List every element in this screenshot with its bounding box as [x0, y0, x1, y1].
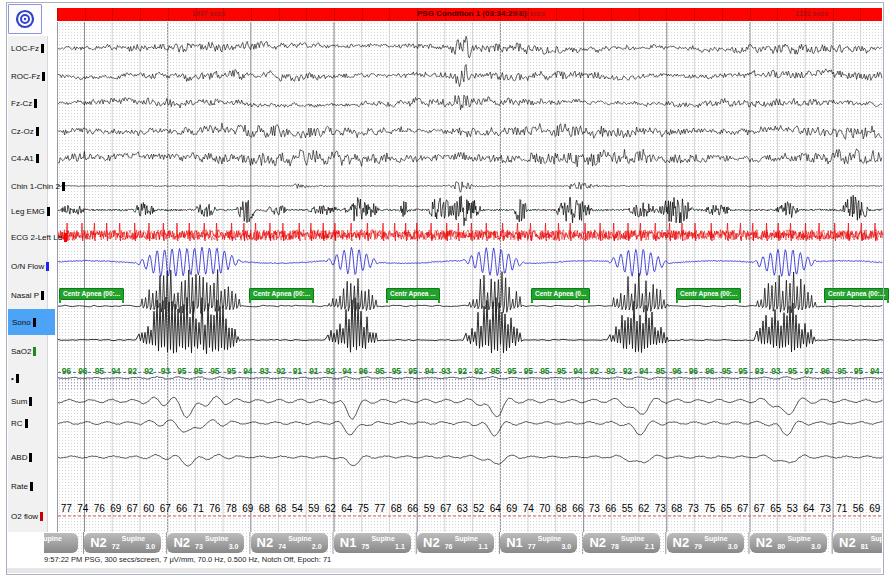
channel-label-rc[interactable]: RC — [8, 415, 28, 431]
value: 63 — [454, 503, 471, 514]
sao2-value-row: 9696959492929395959595949392919192949695… — [58, 366, 883, 376]
channel-label-o2-flow[interactable]: O2 flow — [8, 508, 43, 524]
value: 93 — [157, 366, 174, 376]
channel-label-chin-1-chin-2[interactable]: Chin 1-Chin 2 — [8, 178, 65, 194]
value: 66 — [174, 503, 191, 514]
value: 67 — [438, 503, 455, 514]
value: 94 — [108, 366, 125, 376]
stage-badge-epoch-77[interactable]: N1Supine773.0 — [500, 533, 577, 553]
stage-badge-epoch-75[interactable]: N1Supine751.1 — [334, 533, 411, 553]
value: 73 — [652, 503, 669, 514]
channel-label-fz-cz[interactable]: Fz-Cz — [8, 95, 37, 111]
value: 62 — [322, 503, 339, 514]
value: 75 — [702, 503, 719, 514]
stage-label: N1 — [506, 533, 523, 553]
value: 69 — [504, 503, 521, 514]
apnea-annotation[interactable]: Centr Apnea ... — [386, 288, 440, 300]
stage-value: 3.0 — [811, 543, 821, 551]
stage-badge-epoch-76[interactable]: N2Supine761.1 — [417, 533, 494, 553]
condition-title: PSG Condition 1 (03:34:29.6) — [417, 9, 526, 18]
channel-label-sono[interactable]: Sono — [8, 309, 55, 335]
channel-marker — [46, 262, 49, 271]
value: 94 — [240, 366, 257, 376]
body-position: Supine — [445, 535, 488, 543]
stage-label: N1 — [340, 533, 357, 553]
bullseye-icon — [14, 8, 36, 30]
stage-label: N2 — [756, 533, 773, 553]
channel-name: RC — [11, 419, 23, 428]
epoch-header-bar[interactable]: 1937 secs PSG Condition 1 (03:34:29.6) 2… — [57, 8, 882, 21]
value: 93 — [256, 366, 273, 376]
apnea-annotation[interactable]: Centr Apnea (00:... — [249, 288, 314, 300]
channel-name: ROC-Fz — [11, 72, 40, 81]
elapsed-secs-left: 1937 secs — [192, 10, 225, 17]
stage-value: 3.0 — [561, 543, 571, 551]
channel-name: Fz-Cz — [11, 99, 32, 108]
channel-label-sao2[interactable]: SaO2 — [8, 343, 36, 359]
stage-badge-epoch-79[interactable]: N2Supine793.0 — [667, 533, 744, 553]
channel-label-column: LOC-FzROC-FzFz-CzCz-OzC4-A1Chin 1-Chin 2… — [8, 0, 68, 578]
value: 68 — [273, 503, 290, 514]
value: 95 — [537, 366, 554, 376]
channel-marker — [30, 482, 33, 491]
channel-label-abd[interactable]: ABD — [8, 449, 32, 465]
value: 96 — [75, 366, 92, 376]
value: 64 — [801, 503, 818, 514]
waveform-area[interactable]: 9696959492929395959595949392919192949695… — [57, 22, 884, 532]
trace — [58, 230, 883, 241]
stage-badge-epoch-80[interactable]: N2Supine803.0 — [750, 533, 827, 553]
channel-label-nasal-p[interactable]: Nasal P — [8, 287, 44, 303]
apnea-annotation[interactable]: Centr Apnea (0... — [531, 288, 590, 300]
channel-label-leg-emg[interactable]: Leg EMG — [8, 203, 50, 219]
channel-label-o-n-flow[interactable]: O/N Flow — [8, 258, 49, 274]
stage-badge-epoch-81[interactable]: N2Supine811.0 — [833, 533, 882, 553]
channel-label-sum[interactable]: Sum — [8, 393, 32, 409]
stage-label: N2 — [257, 533, 274, 553]
stage-badge-epoch-73[interactable]: N2Supine733.0 — [167, 533, 244, 553]
channel-name: Leg EMG — [11, 207, 45, 216]
channel-label-roc-fz[interactable]: ROC-Fz — [8, 68, 45, 84]
value: 94 — [570, 366, 587, 376]
body-position: Supine — [611, 535, 654, 543]
channel-name: Rate — [11, 482, 28, 491]
value: 59 — [306, 503, 323, 514]
channel-name: Chin 1-Chin 2 — [11, 182, 60, 191]
value: 69 — [867, 503, 884, 514]
sync-button[interactable] — [8, 4, 42, 34]
channel-label-c4-a1[interactable]: C4-A1 — [8, 150, 39, 166]
channel-marker — [42, 72, 45, 81]
stage-label: N2 — [589, 533, 606, 553]
value: 69 — [108, 503, 125, 514]
value: 68 — [669, 503, 686, 514]
value: 95 — [487, 366, 504, 376]
apnea-annotation[interactable]: Centr Apnea (00:... — [824, 288, 889, 300]
value: 92 — [141, 366, 158, 376]
channel-marker — [64, 233, 67, 242]
stage-badge-epoch-78[interactable]: N2Supine782.1 — [583, 533, 660, 553]
stage-badge-epoch-72[interactable]: N2Supine723.0 — [84, 533, 161, 553]
channel-name: Cz-Oz — [11, 127, 34, 136]
value: 56 — [850, 503, 867, 514]
apnea-annotation[interactable]: Centr Apnea (00:... — [676, 288, 741, 300]
value: 95 — [784, 366, 801, 376]
channel-label-cz-oz[interactable]: Cz-Oz — [8, 123, 39, 139]
value: 95 — [834, 366, 851, 376]
value: 95 — [504, 366, 521, 376]
value: 71 — [834, 503, 851, 514]
stage-badge-epoch-74[interactable]: N2Supine742.0 — [251, 533, 328, 553]
stage-badge-epoch-71[interactable]: N2Supine71 — [44, 533, 78, 553]
channel-label-ecg-2-left-le[interactable]: ECG 2-Left Le — [8, 229, 67, 245]
value: 95 — [372, 366, 389, 376]
value: 76 — [91, 503, 108, 514]
value: 70 — [537, 503, 554, 514]
body-position: Supine — [195, 535, 238, 543]
value: 59 — [421, 503, 438, 514]
channel-label-loc-fz[interactable]: LOC-Fz — [8, 40, 44, 56]
stage-label: N2 — [173, 533, 190, 553]
value: 96 — [355, 366, 372, 376]
apnea-annotation[interactable]: Centr Apnea (00:... — [59, 288, 124, 300]
channel-label--[interactable]: • — [8, 370, 19, 386]
channel-label-rate[interactable]: Rate — [8, 478, 33, 494]
value: 68 — [256, 503, 273, 514]
channel-marker — [29, 453, 32, 462]
